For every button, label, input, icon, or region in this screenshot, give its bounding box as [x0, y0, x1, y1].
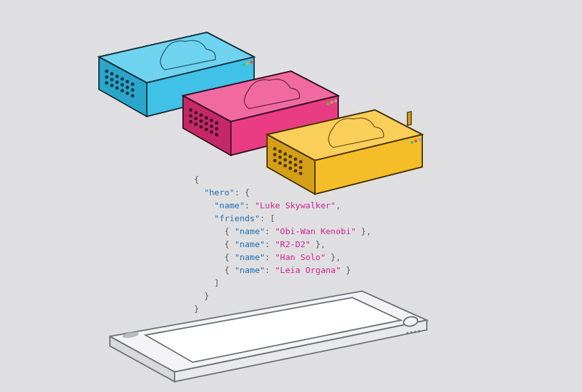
svg-point-29	[189, 108, 192, 111]
svg-point-15	[131, 88, 134, 91]
svg-point-66	[273, 158, 276, 162]
svg-point-12	[115, 80, 118, 83]
svg-point-20	[125, 91, 129, 94]
svg-point-61	[278, 155, 281, 158]
svg-point-8	[125, 80, 129, 83]
svg-point-33	[210, 118, 213, 122]
client-phone-icon	[84, 285, 446, 392]
svg-point-45	[210, 130, 213, 133]
svg-point-54	[273, 147, 276, 150]
svg-point-13	[120, 83, 124, 86]
svg-point-5	[110, 72, 113, 75]
svg-point-55	[278, 149, 281, 153]
svg-point-17	[110, 83, 113, 87]
svg-point-44	[204, 127, 208, 131]
svg-point-62	[283, 158, 286, 161]
svg-point-64	[294, 163, 297, 166]
svg-point-14	[125, 85, 129, 89]
svg-rect-75	[407, 111, 411, 125]
svg-point-57	[288, 155, 292, 158]
svg-point-6	[115, 74, 118, 78]
svg-point-59	[299, 160, 302, 163]
svg-point-72	[411, 141, 413, 144]
svg-point-43	[199, 125, 202, 128]
svg-point-21	[131, 94, 134, 97]
svg-point-56	[283, 152, 286, 155]
svg-point-41	[189, 120, 192, 123]
svg-point-38	[204, 122, 208, 125]
svg-point-60	[273, 153, 276, 156]
svg-point-35	[189, 114, 192, 117]
svg-point-69	[288, 166, 292, 169]
svg-point-39	[210, 124, 213, 127]
diagram-stage: { "hero": { "name": "Luke Skywalker", "f…	[0, 0, 582, 392]
svg-point-37	[199, 119, 202, 122]
svg-point-19	[120, 89, 124, 92]
svg-point-31	[199, 113, 202, 116]
svg-point-10	[105, 75, 108, 78]
svg-point-34	[215, 121, 218, 124]
svg-point-42	[194, 122, 197, 125]
svg-point-67	[278, 161, 281, 164]
svg-point-30	[194, 111, 197, 114]
svg-point-36	[194, 116, 197, 120]
svg-point-46	[215, 133, 218, 136]
svg-point-82	[406, 332, 409, 334]
svg-point-68	[283, 164, 286, 167]
svg-point-65	[299, 166, 302, 169]
svg-point-63	[288, 160, 292, 164]
svg-point-40	[215, 127, 218, 130]
svg-point-84	[414, 331, 416, 333]
svg-point-73	[415, 140, 417, 142]
svg-point-70	[294, 169, 297, 172]
svg-point-4	[105, 69, 108, 72]
svg-point-11	[110, 78, 113, 81]
svg-point-58	[294, 157, 297, 160]
svg-point-74	[418, 138, 421, 141]
svg-point-85	[418, 330, 420, 332]
svg-point-7	[120, 77, 124, 80]
svg-point-9	[131, 82, 134, 85]
svg-point-83	[410, 331, 413, 334]
svg-point-16	[105, 81, 108, 84]
svg-point-18	[115, 86, 118, 89]
svg-point-32	[204, 116, 208, 119]
